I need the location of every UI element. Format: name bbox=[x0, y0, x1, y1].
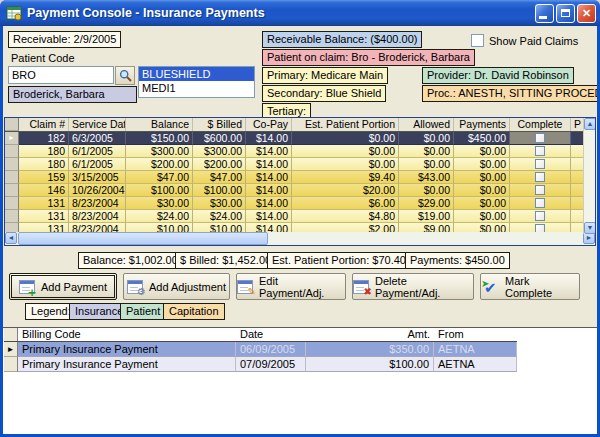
claims-cell-date: 8/23/2004 bbox=[69, 197, 126, 210]
claims-grid-body: ►1826/3/2005$150.00$600.00$14.00$0.00$0.… bbox=[5, 132, 595, 233]
claims-column-header[interactable]: Co-Pay bbox=[246, 118, 292, 131]
claims-row-selector[interactable] bbox=[5, 210, 19, 223]
claims-cell-claim: 159 bbox=[19, 171, 69, 184]
claims-table-row[interactable]: 14610/26/2004$100.00$100.00$14.00$20.00$… bbox=[5, 184, 595, 197]
claims-horizontal-scrollbar[interactable]: ◄ ► bbox=[5, 232, 595, 245]
payments-table-row[interactable]: Primary Insurance Payment07/09/2005$100.… bbox=[4, 357, 517, 372]
patient-name-box: Broderick, Barbara bbox=[8, 86, 137, 103]
insurance-list-item[interactable]: BLUESHIELD bbox=[139, 67, 254, 81]
claims-cell-payments: $0.00 bbox=[454, 145, 510, 158]
claims-cell-billed: $24.00 bbox=[193, 210, 246, 223]
claims-table-row[interactable]: 1806/1/2005$200.00$200.00$14.00$0.00$0.0… bbox=[5, 158, 595, 171]
claims-cell-billed: $300.00 bbox=[193, 145, 246, 158]
payment-console-window: Payment Console - Insurance Payments ✕ R… bbox=[0, 0, 600, 437]
payments-row-selector[interactable]: ► bbox=[4, 342, 18, 357]
payments-cell-amt: $350.00 bbox=[306, 342, 434, 357]
claims-cell-balance: $24.00 bbox=[126, 210, 193, 223]
complete-checkbox[interactable] bbox=[535, 133, 545, 143]
delete-payment-adj-button[interactable]: ✖ Delete Payment/Adj. bbox=[352, 273, 474, 300]
scroll-left-icon[interactable]: ◄ bbox=[5, 232, 17, 244]
horizontal-scroll-thumb[interactable] bbox=[18, 232, 268, 245]
add-payment-button[interactable]: ＋ Add Payment bbox=[9, 273, 117, 300]
claims-table-row[interactable]: 1318/23/2004$24.00$24.00$14.00$4.80$19.0… bbox=[5, 210, 595, 223]
payments-column-header[interactable]: From bbox=[434, 328, 517, 341]
scroll-down-icon[interactable]: ▼ bbox=[584, 222, 596, 234]
payments-column-header[interactable]: Billing Code bbox=[18, 328, 236, 341]
complete-checkbox[interactable] bbox=[535, 172, 545, 182]
patient-code-input[interactable] bbox=[8, 66, 114, 84]
mark-complete-button[interactable]: ➤✔ Mark Complete bbox=[480, 273, 580, 300]
claims-column-header[interactable]: Balance bbox=[126, 118, 193, 131]
maximize-button[interactable] bbox=[556, 4, 575, 23]
claims-row-selector[interactable] bbox=[5, 184, 19, 197]
claims-cell-billed: $47.00 bbox=[193, 171, 246, 184]
claims-column-header[interactable]: $ Billed bbox=[193, 118, 246, 131]
complete-checkbox[interactable] bbox=[535, 146, 545, 156]
insurance-listbox[interactable]: BLUESHIELDMEDI1 bbox=[138, 66, 255, 98]
complete-checkbox[interactable] bbox=[535, 211, 545, 221]
claims-table-row[interactable]: 1593/15/2005$47.00$47.00$14.00$9.40$43.0… bbox=[5, 171, 595, 184]
complete-checkbox[interactable] bbox=[535, 185, 545, 195]
claims-cell-payments: $0.00 bbox=[454, 197, 510, 210]
claims-cell-claim: 180 bbox=[19, 145, 69, 158]
procedure-label: Proc.: ANESTH, SITTING PROCEDURE bbox=[422, 85, 597, 102]
summary-billed: $ Billed: $1,452.00 bbox=[175, 252, 276, 269]
patient-search-button[interactable] bbox=[115, 66, 135, 85]
claims-row-selector[interactable] bbox=[5, 158, 19, 171]
payments-grid-body: ►Primary Insurance Payment06/09/2005$350… bbox=[4, 342, 517, 372]
claims-grid: Claim #Service DateBalance$ BilledCo-Pay… bbox=[4, 117, 596, 246]
claims-column-header[interactable]: Payments bbox=[454, 118, 510, 131]
claims-row-selector[interactable]: ► bbox=[5, 132, 19, 145]
search-icon bbox=[119, 69, 132, 82]
claims-cell-balance: $300.00 bbox=[126, 145, 193, 158]
claims-cell-billed: $200.00 bbox=[193, 158, 246, 171]
claims-row-selector[interactable] bbox=[5, 145, 19, 158]
mark-complete-label: Mark Complete bbox=[505, 275, 579, 299]
claims-cell-date: 8/23/2004 bbox=[69, 210, 126, 223]
primary-insurance-label: Primary: Medicare Main bbox=[262, 67, 388, 84]
complete-checkbox[interactable] bbox=[535, 198, 545, 208]
claims-cell-est: $20.00 bbox=[292, 184, 399, 197]
claims-cell-claim: 131 bbox=[19, 210, 69, 223]
patient-on-claim-label: Patient on claim: Bro - Broderick, Barba… bbox=[262, 49, 475, 66]
add-adjustment-button[interactable]: ⚙ Add Adjustment bbox=[123, 273, 230, 300]
legend-item-patient: Patient bbox=[120, 303, 166, 320]
claims-row-selector[interactable] bbox=[5, 171, 19, 184]
show-paid-claims-row: Show Paid Claims bbox=[471, 34, 578, 47]
claims-cell-billed: $600.00 bbox=[193, 132, 246, 145]
complete-checkbox[interactable] bbox=[535, 159, 545, 169]
claims-cell-claim: 182 bbox=[19, 132, 69, 145]
payments-column-header[interactable]: Date bbox=[236, 328, 306, 341]
claims-table-row[interactable]: ►1826/3/2005$150.00$600.00$14.00$0.00$0.… bbox=[5, 132, 595, 145]
insurance-list-item[interactable]: MEDI1 bbox=[139, 81, 254, 95]
provider-label: Provider: Dr. David Robinson bbox=[422, 67, 574, 84]
claims-row-selector[interactable] bbox=[5, 197, 19, 210]
payments-grid-header: Billing CodeDateAmt.From bbox=[4, 328, 517, 342]
claims-cell-balance: $30.00 bbox=[126, 197, 193, 210]
summary-est-patient-portion: Est. Patient Portion: $70.40 bbox=[267, 252, 411, 269]
payments-table-row[interactable]: ►Primary Insurance Payment06/09/2005$350… bbox=[4, 342, 517, 357]
minimize-button[interactable] bbox=[535, 4, 554, 23]
claims-column-header[interactable]: Est. Patient Portion bbox=[292, 118, 399, 131]
claims-cell-balance: $100.00 bbox=[126, 184, 193, 197]
payments-row-selector[interactable] bbox=[4, 357, 18, 372]
claims-column-header[interactable]: Service Date bbox=[69, 118, 126, 131]
claims-table-row[interactable]: 1318/23/2004$30.00$30.00$14.00$6.00$29.0… bbox=[5, 197, 595, 210]
show-paid-claims-checkbox[interactable] bbox=[471, 34, 484, 47]
payments-cell-date: 06/09/2005 bbox=[236, 342, 306, 357]
title-bar[interactable]: Payment Console - Insurance Payments ✕ bbox=[0, 0, 600, 26]
scroll-up-icon[interactable]: ▲ bbox=[584, 118, 596, 130]
claims-table-row[interactable]: 1806/1/2005$300.00$300.00$14.00$0.00$0.0… bbox=[5, 145, 595, 158]
edit-payment-adj-button[interactable]: ✎ Edit Payment/Adj. bbox=[236, 273, 346, 300]
claims-cell-balance: $150.00 bbox=[126, 132, 193, 145]
claims-row-gutter-header bbox=[5, 118, 19, 131]
claims-vertical-scrollbar[interactable]: ▲ ▼ bbox=[583, 118, 595, 234]
claims-cell-copay: $14.00 bbox=[246, 158, 292, 171]
close-button[interactable]: ✕ bbox=[577, 4, 596, 23]
payments-column-header[interactable]: Amt. bbox=[306, 328, 434, 341]
claims-column-header[interactable]: Claim # bbox=[19, 118, 69, 131]
payments-cell-code: Primary Insurance Payment bbox=[18, 357, 236, 372]
claims-cell-complete bbox=[510, 210, 571, 223]
claims-column-header[interactable]: Allowed bbox=[399, 118, 454, 131]
claims-column-header[interactable]: Complete bbox=[510, 118, 571, 131]
